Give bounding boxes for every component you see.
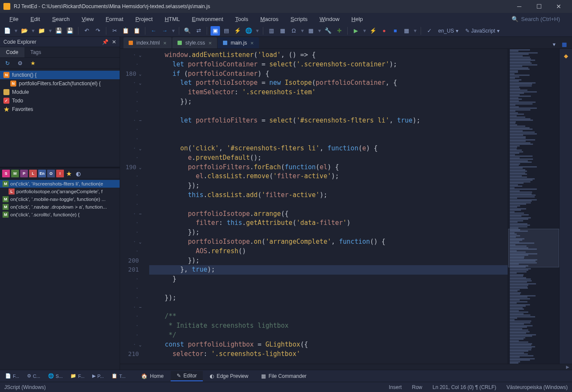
filter-m[interactable]: M bbox=[11, 170, 19, 177]
new-file-button[interactable]: 📄 bbox=[3, 26, 12, 36]
star-plus-icon[interactable]: ★ bbox=[28, 59, 38, 68]
panel-close-icon[interactable]: ✕ bbox=[112, 39, 116, 45]
menu-view[interactable]: View bbox=[76, 14, 100, 24]
menu-file[interactable]: File bbox=[3, 14, 24, 24]
stop-button[interactable]: ■ bbox=[391, 26, 400, 36]
window-button[interactable]: ▥ bbox=[267, 26, 276, 36]
menu-project[interactable]: Project bbox=[129, 14, 159, 24]
menu-search[interactable]: Search bbox=[46, 14, 75, 24]
save-all-button[interactable]: 💾 bbox=[65, 26, 75, 36]
bottom-left-tab[interactable]: 📁F... bbox=[67, 371, 88, 380]
wrench-button[interactable]: 🔧 bbox=[323, 26, 333, 36]
line-gutter[interactable]: ·⌄· 180⌄·⌄· · · ·−· · ·⌄· 190⌄· · · · ·−… bbox=[120, 49, 146, 364]
fold-icon[interactable]: − bbox=[139, 116, 141, 126]
view-tab-file-commander[interactable]: ▦File Commander bbox=[255, 371, 313, 381]
code-editor[interactable]: window.addEventListener('load', () => { … bbox=[146, 49, 508, 364]
plugin-button[interactable]: ✚ bbox=[334, 26, 344, 36]
cut-button[interactable]: ✂ bbox=[110, 26, 119, 36]
pin-icon[interactable]: 📌 bbox=[102, 39, 108, 45]
grid-button[interactable]: ▦ bbox=[402, 26, 411, 36]
web-button[interactable]: 🌐 bbox=[244, 26, 253, 36]
filter-en[interactable]: En bbox=[38, 170, 46, 177]
tree-item[interactable]: NportfolioFilters.forEach(function(el) { bbox=[0, 79, 120, 88]
filter-l[interactable]: L bbox=[29, 170, 37, 177]
menu-macros[interactable]: Macros bbox=[254, 14, 285, 24]
symbol-item[interactable]: Mon('click', '#screenshots-flters li', f… bbox=[0, 180, 120, 188]
search-box[interactable]: 🔍 Search (Ctrl+H) bbox=[512, 16, 569, 22]
fold-icon[interactable]: ⌄ bbox=[139, 78, 141, 88]
tree-item[interactable]: Nfunction() { bbox=[0, 71, 120, 79]
scroll-right-icon[interactable]: ▶ bbox=[563, 365, 572, 369]
save-button[interactable]: 💾 bbox=[54, 26, 63, 36]
tree-item[interactable]: Module bbox=[0, 88, 120, 96]
fold-icon[interactable]: − bbox=[139, 303, 141, 312]
paste-button[interactable]: 📋 bbox=[132, 26, 141, 36]
tab-close-icon[interactable]: × bbox=[163, 40, 167, 46]
tab-grid-button[interactable]: ▦ bbox=[560, 40, 569, 48]
record-button[interactable]: ● bbox=[379, 26, 389, 36]
back-button[interactable]: ← bbox=[149, 26, 158, 36]
fold-icon[interactable]: ⌄ bbox=[139, 237, 141, 247]
menu-tools[interactable]: Tools bbox=[229, 14, 254, 24]
replace-button[interactable]: ⇄ bbox=[194, 26, 203, 36]
maximize-button[interactable]: ☐ bbox=[529, 0, 549, 13]
panel-tab-code[interactable]: Code bbox=[0, 47, 24, 57]
status-insert[interactable]: Insert bbox=[389, 384, 402, 390]
fold-icon[interactable]: ⌄ bbox=[139, 144, 141, 153]
menu-scripts[interactable]: Scripts bbox=[285, 14, 314, 24]
minimize-button[interactable]: ─ bbox=[509, 0, 529, 13]
spell-button[interactable]: ✓ bbox=[424, 26, 434, 36]
bottom-left-tab[interactable]: ▶P... bbox=[89, 371, 107, 380]
find-button[interactable]: 🔍 bbox=[183, 26, 192, 36]
palette-button[interactable]: ▦ bbox=[306, 26, 316, 36]
fold-icon[interactable]: ⌄ bbox=[139, 340, 141, 350]
format-button[interactable]: ⚡ bbox=[233, 26, 242, 36]
gear-icon[interactable]: ⚙ bbox=[15, 59, 25, 68]
panel-tab-tags[interactable]: Tags bbox=[24, 47, 47, 57]
filter-◐[interactable]: ◐ bbox=[74, 170, 82, 177]
status-language[interactable]: JScript (Windows) bbox=[4, 384, 46, 390]
bottom-left-tab[interactable]: 📄F... bbox=[2, 371, 23, 380]
status-position[interactable]: Ln 201, Col 16 (0) ¶ (CRLF) bbox=[433, 384, 497, 390]
copy-button[interactable]: 📋 bbox=[121, 26, 130, 36]
bolt-button[interactable]: ⚡ bbox=[368, 26, 378, 36]
split-button[interactable]: ▦ bbox=[278, 26, 287, 36]
doc-tab-style.css[interactable]: style.css× bbox=[172, 37, 217, 48]
forward-button[interactable]: → bbox=[160, 26, 169, 36]
tree-item[interactable]: ★Favorites bbox=[0, 105, 120, 114]
run-button[interactable]: ▶ bbox=[351, 26, 361, 36]
minimap-viewport[interactable] bbox=[508, 229, 559, 267]
doc-tab-index.html[interactable]: index.html× bbox=[123, 37, 172, 48]
filter-o[interactable]: O bbox=[47, 170, 55, 177]
menu-edit[interactable]: Edit bbox=[24, 14, 46, 24]
symbol-item[interactable]: Mon('click', '.navbar .dropdown > a', fu… bbox=[0, 203, 120, 211]
filter-s[interactable]: S bbox=[2, 170, 10, 177]
view-tab-edge-preview[interactable]: ◐Edge Preview bbox=[204, 371, 254, 381]
doc-tab-main.js[interactable]: main.js× bbox=[218, 37, 259, 48]
status-row[interactable]: Row bbox=[412, 384, 422, 390]
symbol-list[interactable]: Mon('click', '#screenshots-flters li', f… bbox=[0, 179, 120, 219]
symbol-item[interactable]: LportfolioIsotope.on('arrangeComplete', … bbox=[0, 188, 120, 195]
menu-environment[interactable]: Environment bbox=[186, 14, 229, 24]
explorer-tree[interactable]: Nfunction() {NportfolioFilters.forEach(f… bbox=[0, 69, 120, 115]
close-button[interactable]: ✕ bbox=[549, 0, 569, 13]
menu-format[interactable]: Format bbox=[100, 14, 129, 24]
filter-p[interactable]: P bbox=[20, 170, 28, 177]
open-file-button[interactable]: 📂 bbox=[20, 26, 29, 36]
bottom-left-tab[interactable]: 🌐S... bbox=[45, 371, 66, 380]
tab-list-button[interactable]: ▾ bbox=[550, 40, 558, 48]
bottom-left-tab[interactable]: ⚙C... bbox=[24, 371, 44, 380]
refresh-icon[interactable]: ↻ bbox=[3, 59, 12, 68]
menu-window[interactable]: Window bbox=[313, 14, 345, 24]
open-folder-button[interactable]: 📁 bbox=[37, 26, 46, 36]
filter-![interactable]: ! bbox=[56, 170, 64, 177]
undo-button[interactable]: ↶ bbox=[82, 26, 91, 36]
fold-icon[interactable]: − bbox=[139, 209, 141, 219]
language-combo[interactable]: en_US▾ bbox=[436, 28, 461, 34]
symbol-item[interactable]: Mon('click', '.scrollto', function(e) { bbox=[0, 211, 120, 218]
view-tab-editor[interactable]: ✎Editor bbox=[171, 371, 203, 381]
fold-icon[interactable]: ⌄ bbox=[139, 163, 141, 172]
redo-button[interactable]: ↷ bbox=[93, 26, 102, 36]
menu-html[interactable]: HTML bbox=[159, 14, 186, 24]
diamond-icon[interactable]: ◆ bbox=[562, 51, 570, 60]
